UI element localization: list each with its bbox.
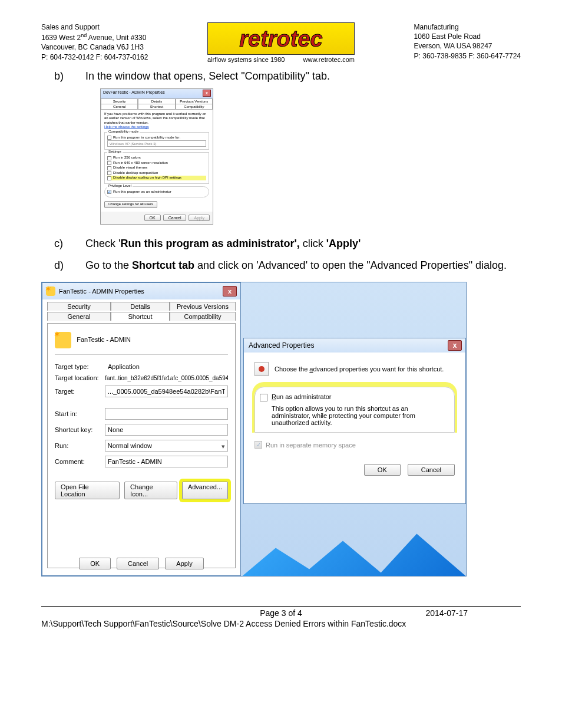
- run-as-admin-desc: This option allows you to run this short…: [272, 405, 448, 426]
- checkbox-icon[interactable]: [107, 176, 111, 180]
- logo-subtitle: airflow systems since 1980 www.retrotec.…: [207, 56, 355, 63]
- checkbox-icon[interactable]: [107, 166, 111, 170]
- step-b-label: b): [70, 68, 82, 85]
- close-icon[interactable]: x: [223, 286, 237, 297]
- left-line3: Vancouver, BC Canada V6J 1H3: [41, 42, 148, 52]
- change-icon-button[interactable]: Change Icon...: [124, 482, 177, 499]
- adv-title: Advanced Properties: [249, 341, 314, 350]
- step-c-label: c): [70, 235, 82, 252]
- step-c: c) Check 'Run this program as administra…: [77, 235, 521, 252]
- adv-body: Choose the advanced properties you want …: [244, 353, 465, 483]
- close-icon[interactable]: x: [448, 340, 462, 351]
- chk-disable-composition[interactable]: Disable desktop composition: [107, 171, 206, 176]
- tab-shortcut[interactable]: Shortcut: [111, 312, 170, 321]
- chk-640x480[interactable]: Run in 640 x 480 screen resolution: [107, 161, 206, 166]
- checkbox-icon[interactable]: [107, 136, 111, 140]
- tab-previous-versions[interactable]: Previous Versions: [170, 302, 236, 311]
- chk-run-as-admin[interactable]: Run this program as an administrator: [107, 190, 206, 195]
- target-location-label: Target location:: [55, 374, 100, 381]
- app-icon: [46, 286, 55, 296]
- close-icon[interactable]: x: [203, 90, 211, 97]
- ok-button[interactable]: OK: [144, 215, 161, 221]
- shortcut-key-label: Shortcut key:: [55, 426, 100, 433]
- group-compat-mode: Compatibility mode Run this program in c…: [104, 132, 209, 150]
- left-line2: 1639 West 2nd Avenue, Unit #330: [41, 32, 148, 42]
- checkbox-icon[interactable]: [107, 190, 111, 194]
- page-number: Page 3 of 4: [260, 608, 302, 618]
- shortcut-key-input[interactable]: [105, 424, 228, 436]
- cancel-button[interactable]: Cancel: [408, 464, 455, 476]
- footer-rule: [41, 606, 521, 607]
- svg-text:retrotec: retrotec: [239, 27, 323, 51]
- cancel-button[interactable]: Cancel: [163, 215, 187, 221]
- advanced-properties-dialog: Advanced Properties x Choose the advance…: [243, 338, 466, 504]
- tab-details[interactable]: Details: [138, 98, 175, 104]
- logo-sub-right: www.retrotec.com: [303, 56, 355, 63]
- target-input[interactable]: [105, 386, 228, 397]
- props-titlebar[interactable]: FanTestic - ADMIN Properties x: [42, 283, 240, 299]
- compat-mode-select[interactable]: Windows XP (Service Pack 3): [107, 140, 206, 147]
- group-settings-label: Settings: [107, 150, 123, 154]
- logo-sub-left: airflow systems since 1980: [207, 56, 285, 63]
- checkbox-icon[interactable]: [107, 161, 111, 165]
- tab-previous-versions[interactable]: Previous Versions: [176, 98, 213, 104]
- footer-path: M:\Support\Tech Support\FanTestic\Source…: [41, 619, 521, 628]
- compat-title: DevFanTestic - ADMIN Properties: [103, 90, 165, 94]
- tab-details[interactable]: Details: [111, 302, 170, 311]
- apply-button[interactable]: Apply: [189, 215, 210, 221]
- tab-general[interactable]: General: [47, 312, 111, 321]
- step-b: b) In the window that opens, Select "Com…: [77, 68, 521, 85]
- run-as-admin-group: Run as administrator This option allows …: [254, 387, 455, 433]
- run-separate-memory: Run in separate memory space: [254, 441, 455, 449]
- compat-properties-dialog: DevFanTestic - ADMIN Properties x Securi…: [100, 88, 213, 225]
- run-as-admin-checkbox[interactable]: [260, 394, 267, 401]
- compat-tabs: Security Details Previous Versions Gener…: [101, 98, 213, 109]
- start-in-label: Start in:: [55, 410, 100, 417]
- props-title: FanTestic - ADMIN Properties: [59, 288, 144, 295]
- retrotec-logo: retrotec: [207, 22, 355, 55]
- tab-general[interactable]: General: [101, 104, 138, 109]
- chk-compat-mode[interactable]: Run this program in compatibility mode f…: [107, 136, 206, 140]
- footer: Page 3 of 4 2014-07-17 M:\Support\Tech S…: [41, 608, 521, 628]
- start-in-input[interactable]: [105, 408, 228, 420]
- ok-button[interactable]: OK: [364, 464, 401, 476]
- chk-disable-dpi-scaling[interactable]: Disable display scaling on high DPI sett…: [107, 176, 206, 180]
- app-icon: [55, 332, 71, 348]
- help-choose-link[interactable]: Help me choose the settings: [104, 125, 149, 129]
- compat-titlebar[interactable]: DevFanTestic - ADMIN Properties x: [101, 89, 213, 98]
- chk-disable-themes[interactable]: Disable visual themes: [107, 166, 206, 170]
- compat-intro: If you have problems with this program a…: [104, 112, 209, 126]
- tab-shortcut[interactable]: Shortcut: [138, 104, 175, 109]
- advanced-button[interactable]: Advanced...: [182, 482, 228, 499]
- header-right: Manufacturing 1060 East Pole Road Everso…: [414, 22, 521, 61]
- open-file-location-button[interactable]: Open File Location: [55, 482, 120, 499]
- tab-compatibility[interactable]: Compatibility: [170, 312, 236, 321]
- run-select[interactable]: Normal window: [105, 440, 228, 452]
- step-b-text: In the window that opens, Select "Compat…: [85, 70, 330, 82]
- props-tabs: Security Details Previous Versions Gener…: [47, 302, 236, 323]
- checkbox-icon[interactable]: [107, 156, 111, 160]
- shortcut-header: FanTestic - ADMIN: [55, 332, 228, 355]
- adv-titlebar[interactable]: Advanced Properties x: [244, 338, 465, 353]
- properties-icon: [254, 362, 269, 376]
- footer-date: 2014-07-17: [425, 608, 468, 618]
- checkbox-icon[interactable]: [107, 171, 111, 175]
- tab-security[interactable]: Security: [101, 98, 138, 104]
- comment-input[interactable]: [105, 456, 228, 467]
- run-as-admin-title: Run as administrator: [272, 393, 448, 400]
- cancel-button[interactable]: Cancel: [117, 558, 159, 569]
- tab-compatibility[interactable]: Compatibility: [176, 104, 213, 109]
- target-type-value: Application: [108, 363, 140, 370]
- chk-256-colors[interactable]: Run in 256 colors: [107, 156, 206, 160]
- left-line4: P: 604-732-0142 F: 604-737-0162: [41, 52, 148, 62]
- logo-block: retrotec airflow systems since 1980 www.…: [207, 22, 355, 63]
- right-line1: Manufacturing: [414, 22, 521, 32]
- right-line3: Everson, WA USA 98247: [414, 41, 521, 51]
- document-header: Sales and Support 1639 West 2nd Avenue, …: [41, 22, 521, 63]
- shortcut-buttons: Open File Location Change Icon... Advanc…: [55, 482, 228, 499]
- left-line1: Sales and Support: [41, 22, 148, 32]
- change-settings-all-users-button[interactable]: Change settings for all users: [104, 201, 157, 208]
- tab-security[interactable]: Security: [47, 302, 111, 311]
- ok-button[interactable]: OK: [79, 558, 111, 569]
- apply-button[interactable]: Apply: [165, 558, 204, 569]
